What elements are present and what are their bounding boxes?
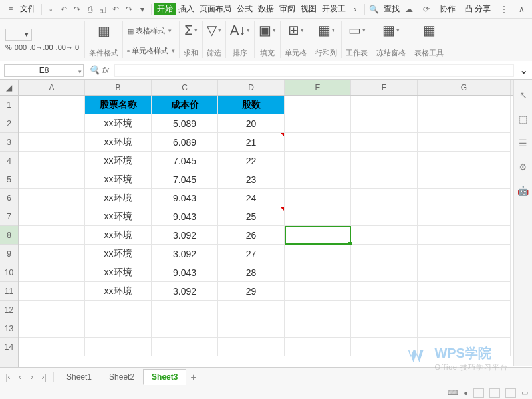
preview-icon[interactable]: ◱ xyxy=(98,4,108,15)
cell[interactable] xyxy=(19,170,85,189)
cell[interactable]: xx环境 xyxy=(85,226,152,245)
sheet-tab-2[interactable]: Sheet2 xyxy=(100,369,143,385)
cell[interactable] xyxy=(285,263,351,282)
col-header[interactable]: B xyxy=(85,80,152,95)
cell[interactable] xyxy=(285,282,351,301)
cell[interactable] xyxy=(351,96,418,114)
tab-start[interactable]: 开始 xyxy=(154,3,176,15)
tab-view[interactable]: 视图 xyxy=(298,3,319,15)
cell[interactable]: 3.092 xyxy=(152,282,218,301)
cell[interactable] xyxy=(19,263,85,282)
cell[interactable] xyxy=(19,245,85,263)
cell[interactable]: 3.092 xyxy=(152,226,218,245)
sheet-tab-1[interactable]: Sheet1 xyxy=(58,369,100,385)
row-header[interactable]: 13 xyxy=(0,319,18,338)
cell[interactable] xyxy=(351,263,418,282)
cell[interactable] xyxy=(218,301,285,319)
cells-icon[interactable]: ⊞▾ xyxy=(288,21,304,39)
sum-icon[interactable]: Σ▾ xyxy=(184,21,197,39)
cell[interactable] xyxy=(218,338,285,356)
cell[interactable] xyxy=(418,263,511,282)
cell[interactable] xyxy=(152,338,218,356)
cell[interactable] xyxy=(418,245,511,263)
row-header[interactable]: 9 xyxy=(0,245,18,263)
cell[interactable]: 9.043 xyxy=(152,189,218,207)
dropdown-icon[interactable]: ▾ xyxy=(137,4,148,15)
more-icon[interactable]: ⋮ xyxy=(499,4,509,15)
formula-bar[interactable] xyxy=(114,64,514,77)
tabletools-icon[interactable]: ▦ xyxy=(423,21,436,39)
row-header[interactable]: 1 xyxy=(0,96,18,114)
cell[interactable] xyxy=(351,189,418,207)
cell[interactable] xyxy=(285,319,351,338)
cell[interactable] xyxy=(418,152,511,170)
collab-button[interactable]: 协作 xyxy=(437,3,458,15)
cell[interactable] xyxy=(152,301,218,319)
cell[interactable] xyxy=(285,170,351,189)
search-label[interactable]: 查找 xyxy=(381,3,402,15)
sheet-last-icon[interactable]: ›| xyxy=(39,372,49,382)
cell[interactable] xyxy=(285,207,351,226)
cell[interactable] xyxy=(351,226,418,245)
cell[interactable] xyxy=(85,338,152,356)
cell[interactable] xyxy=(418,338,511,356)
cell[interactable] xyxy=(218,319,285,338)
search-icon[interactable]: 🔍 xyxy=(369,4,380,15)
cloud-icon[interactable]: ☁ xyxy=(404,4,414,15)
cell[interactable] xyxy=(19,114,85,133)
name-box[interactable]: E8▾ xyxy=(4,64,84,77)
keyboard-icon[interactable]: ⌨ xyxy=(448,388,458,397)
col-header[interactable]: D xyxy=(218,80,285,95)
cell[interactable] xyxy=(19,301,85,319)
col-header[interactable]: F xyxy=(351,80,418,95)
cell[interactable]: 24 xyxy=(218,189,285,207)
settings-icon[interactable]: ⚙ xyxy=(517,161,529,173)
tab-dev[interactable]: 开发工 xyxy=(319,3,348,15)
row-header[interactable]: 11 xyxy=(0,282,18,301)
cell[interactable] xyxy=(351,282,418,301)
cell[interactable] xyxy=(19,319,85,338)
col-header[interactable]: A xyxy=(19,80,85,95)
cell[interactable] xyxy=(19,96,85,114)
rowscols-icon[interactable]: ▦▾ xyxy=(318,21,335,39)
cell[interactable] xyxy=(418,189,511,207)
cell[interactable] xyxy=(418,114,511,133)
cell[interactable] xyxy=(285,152,351,170)
cell[interactable] xyxy=(19,338,85,356)
cell[interactable]: 6.089 xyxy=(152,133,218,152)
redo2-icon[interactable]: ↷ xyxy=(124,4,134,15)
cell[interactable] xyxy=(418,226,511,245)
cell[interactable] xyxy=(351,319,418,338)
cell[interactable] xyxy=(285,114,351,133)
row-header[interactable]: 3 xyxy=(0,133,18,152)
undo2-icon[interactable]: ↶ xyxy=(111,4,122,15)
cell[interactable] xyxy=(351,245,418,263)
cell[interactable]: xx环境 xyxy=(85,282,152,301)
cell[interactable] xyxy=(19,207,85,226)
row-header[interactable]: 2 xyxy=(0,114,18,133)
cell[interactable] xyxy=(19,282,85,301)
cell[interactable]: xx环境 xyxy=(85,114,152,133)
cell[interactable] xyxy=(351,301,418,319)
table-style-button[interactable]: ▦ 表格样式▾ xyxy=(127,21,175,40)
cell[interactable]: 25 xyxy=(218,207,285,226)
cell-style-button[interactable]: ▫ 单元格样式▾ xyxy=(127,41,175,60)
dec-inc-button[interactable]: .0→.00 xyxy=(29,43,53,51)
row-header[interactable]: 4 xyxy=(0,152,18,170)
row-header[interactable]: 8 xyxy=(0,226,18,245)
save-icon[interactable]: ▫ xyxy=(46,4,57,15)
tab-layout[interactable]: 页面布局 xyxy=(197,3,234,15)
sheet-next-icon[interactable]: › xyxy=(27,372,37,382)
select-tool-icon[interactable]: ⬚ xyxy=(517,113,529,125)
cell[interactable]: 9.043 xyxy=(152,207,218,226)
cell[interactable]: 26 xyxy=(218,226,285,245)
cell[interactable] xyxy=(285,189,351,207)
row-header[interactable]: 5 xyxy=(0,170,18,189)
more-tabs-icon[interactable]: › xyxy=(350,4,360,15)
cell[interactable] xyxy=(152,319,218,338)
sheet-first-icon[interactable]: |‹ xyxy=(3,372,13,382)
cell[interactable] xyxy=(285,245,351,263)
cell[interactable] xyxy=(285,133,351,152)
cell[interactable]: 21 xyxy=(218,133,285,152)
cell[interactable] xyxy=(418,282,511,301)
